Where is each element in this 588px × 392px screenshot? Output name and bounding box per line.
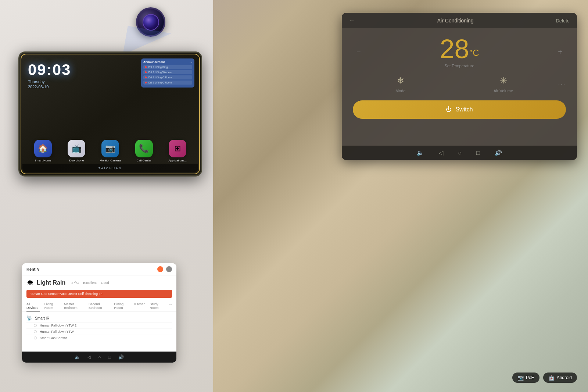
- weather-condition: Excellent: [83, 281, 97, 285]
- app-tab-living-room[interactable]: Living Room: [44, 301, 60, 311]
- app-nav-recents[interactable]: □: [108, 354, 111, 360]
- ac-fan-icon: ✳: [500, 75, 507, 86]
- ac-switch-label: Switch: [455, 106, 473, 113]
- app-header: Kent ∨: [22, 263, 176, 275]
- ac-mode-control[interactable]: ❄ Mode: [353, 75, 448, 93]
- ac-nav-volume-down[interactable]: 🔈: [417, 149, 424, 156]
- tablet-outer-frame: 09:03 Thursday 2022-03-10 Announcement .…: [18, 51, 202, 177]
- app-weather-section: 🌧 Light Rain 27°C Excellent Good: [22, 275, 176, 290]
- ac-navigation-bar: 🔈 ◁ ○ □ 🔊: [342, 146, 577, 160]
- doorphone-label: Doorphone: [69, 159, 84, 162]
- callcenter-label: Call Center: [137, 159, 151, 162]
- ac-mode-icon: ❄: [397, 75, 404, 86]
- app-device-item-2[interactable]: Human Fall-down YTW: [26, 329, 172, 335]
- tablet-announce-item-2: Cal 2 Lifting Window: [143, 70, 192, 74]
- ac-temp-unit: °C: [469, 48, 479, 58]
- app-user-chevron: ∨: [37, 267, 40, 272]
- weather-title: Light Rain: [37, 279, 65, 286]
- ac-mode-label: Mode: [395, 89, 406, 93]
- app-tab-dining-room[interactable]: Dining Room: [114, 301, 130, 311]
- tablet-app-doorphone[interactable]: 📺 Doorphone: [64, 140, 89, 162]
- android-icon: 🤖: [548, 375, 555, 381]
- tablet-app-monitor[interactable]: 📷 Monitor Camera: [97, 140, 123, 162]
- camera-lens: [143, 14, 159, 31]
- feature-badges: 📷 PoE 🤖 Android: [512, 373, 577, 383]
- tablet-device: 09:03 Thursday 2022-03-10 Announcement .…: [18, 51, 202, 177]
- ac-nav-recents[interactable]: □: [476, 150, 480, 156]
- tablet-app-smarthome[interactable]: 🏠 Smart Home: [30, 140, 56, 162]
- app-close-button[interactable]: [166, 266, 172, 272]
- poe-label: PoE: [526, 375, 534, 380]
- tablet-announcement-title: Announcement ...: [143, 60, 192, 64]
- tablet-announce-item-3: Cal 2 Lifting C Room: [143, 75, 192, 79]
- monitor-icon: 📷: [101, 140, 119, 157]
- app-nav-home[interactable]: ○: [98, 354, 101, 360]
- monitor-label: Monitor Camera: [100, 159, 121, 162]
- apps-label: Applications...: [168, 159, 187, 162]
- app-nav-volume-down[interactable]: 🔈: [75, 354, 80, 360]
- weather-icon: 🌧: [26, 278, 34, 287]
- ac-control-panel: ← Air Conditioning Delete − 28°C Set Tem…: [342, 13, 577, 160]
- smarthome-label: Smart Home: [35, 159, 51, 162]
- tablet-announcement-panel: Announcement ... Cal 2 Lifting Ring Cal …: [141, 58, 194, 88]
- apps-icon: ⊞: [169, 140, 186, 157]
- ac-more-options[interactable]: ···: [558, 81, 566, 87]
- tablet-announce-item-1: Cal 2 Lifting Ring: [143, 65, 192, 69]
- device-status-indicator: [34, 324, 37, 327]
- announce-dot: [145, 71, 147, 73]
- android-label: Android: [557, 375, 572, 380]
- app-alert-banner: "Smart Gas Sensor"Auto-Detect Self check…: [26, 290, 172, 298]
- poe-icon: 📷: [517, 375, 524, 381]
- app-tab-second-bedroom[interactable]: Second Bedroom: [89, 301, 110, 311]
- poe-badge: 📷 PoE: [512, 373, 539, 383]
- ac-back-button[interactable]: ←: [349, 17, 355, 24]
- ac-nav-back[interactable]: ◁: [439, 149, 443, 156]
- ac-temp-display: 28°C Set Temperature: [365, 36, 555, 68]
- ac-temp-minus-button[interactable]: −: [353, 44, 365, 60]
- ac-temperature-value: 28: [440, 34, 469, 64]
- android-badge: 🤖 Android: [543, 373, 577, 383]
- announce-dot: [145, 76, 147, 78]
- tablet-app-applications[interactable]: ⊞ Applications...: [165, 140, 190, 162]
- app-tab-all-devices[interactable]: All Devices: [26, 301, 40, 311]
- app-tab-study-room[interactable]: Study Room: [150, 301, 165, 311]
- ac-delete-button[interactable]: Delete: [556, 18, 570, 24]
- app-nav-back[interactable]: ◁: [87, 354, 91, 360]
- ac-temp-label: Set Temperature: [365, 64, 555, 68]
- device-group-name: Smart IR: [35, 316, 49, 320]
- tablet-announce-item-4: Cal 2 Lifting C Room: [143, 81, 192, 85]
- ac-controls-row: ❄ Mode ✳ Air Volume ···: [342, 72, 577, 97]
- ac-panel-title: Air Conditioning: [437, 18, 474, 24]
- tablet-app-callcenter[interactable]: 📞 Call Center: [131, 140, 157, 162]
- ac-temp-value-wrapper: 28°C: [365, 36, 555, 62]
- tablet-screen: 09:03 Thursday 2022-03-10 Announcement .…: [22, 56, 198, 172]
- app-tab-master-bedroom[interactable]: Master Bedroom: [64, 301, 84, 311]
- callcenter-icon: 📞: [135, 140, 153, 157]
- ac-temperature-section: − 28°C Set Temperature +: [342, 28, 577, 72]
- announce-dot: [145, 82, 147, 83]
- tablet-brand-label: TAICHUAN: [98, 167, 122, 170]
- ac-nav-volume-up[interactable]: 🔊: [495, 149, 502, 156]
- ac-panel-header: ← Air Conditioning Delete: [342, 13, 577, 28]
- announce-dot: [145, 66, 147, 68]
- app-device-item-1[interactable]: Human Fall-down YTW 2: [26, 322, 172, 329]
- ac-switch-button[interactable]: ⏻ Switch: [353, 100, 566, 119]
- app-minimize-button[interactable]: [157, 266, 163, 272]
- app-tabs-bar: All Devices Living Room Master Bedroom S…: [22, 301, 176, 312]
- ac-air-volume-control[interactable]: ✳ Air Volume: [456, 75, 551, 93]
- ac-nav-home[interactable]: ○: [458, 150, 462, 156]
- app-bottom-navigation: 🔈 ◁ ○ □ 🔊: [22, 352, 176, 363]
- weather-details: 27°C Excellent Good: [71, 281, 109, 285]
- app-device-item-3[interactable]: Smart Gas Sensor: [26, 335, 172, 341]
- tablet-day: Thursday: [28, 79, 71, 84]
- app-ui-panel: Kent ∨ 🌧 Light Rain 27°C Excellent Good …: [22, 263, 176, 363]
- weather-extra: Good: [101, 281, 109, 285]
- app-tabs-more[interactable]: ···: [169, 301, 172, 311]
- app-tab-kitchen[interactable]: Kitchen: [135, 301, 146, 311]
- app-nav-volume-up[interactable]: 🔊: [118, 354, 124, 360]
- ac-temp-plus-button[interactable]: +: [554, 44, 566, 60]
- tablet-date: 2022-03-10: [28, 85, 71, 89]
- camera-device: [136, 7, 165, 37]
- tablet-time-display: 09:03 Thursday 2022-03-10: [28, 61, 71, 89]
- device-status-indicator: [34, 330, 37, 333]
